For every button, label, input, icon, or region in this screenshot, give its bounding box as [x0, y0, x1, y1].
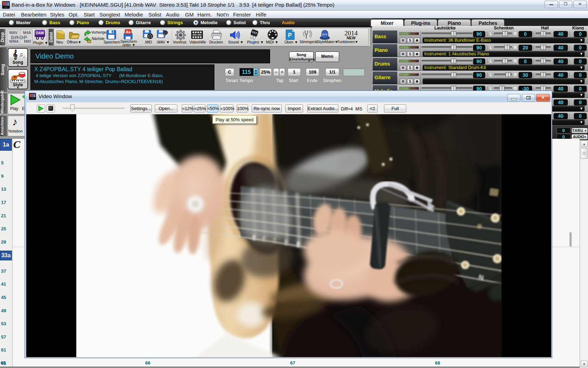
svg-text:𝄞: 𝄞 [13, 49, 18, 60]
svg-text:♫: ♫ [19, 52, 23, 57]
svg-text:STY: STY [322, 33, 328, 36]
svg-text:♩: ♩ [23, 54, 27, 59]
svg-text:As: As [126, 30, 131, 34]
svg-text:P: P [288, 32, 292, 38]
